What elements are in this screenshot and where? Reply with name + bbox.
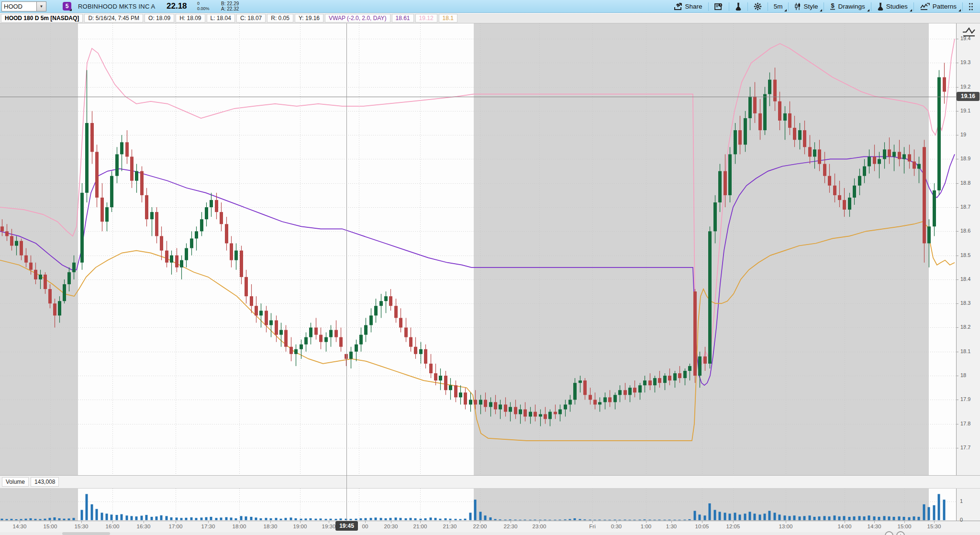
horizontal-scrollbar-thumb[interactable] [62, 532, 110, 535]
time-axis-tick [365, 521, 366, 523]
time-axis-tick [592, 521, 593, 523]
time-axis-label: 12:05 [726, 524, 740, 529]
chart-mode-icon[interactable] [962, 26, 976, 39]
toolbar-item-style[interactable]: Style [789, 0, 824, 13]
trading-app-window: { "quote_bar": { "symbol": "HOOD", "watc… [0, 0, 980, 535]
volume-axis-label: 0 [960, 517, 963, 523]
time-axis-label: 17:30 [201, 524, 215, 529]
toolbar-item-label: Drawings [838, 3, 865, 10]
time-axis-label: 14:00 [838, 524, 852, 529]
toolbar-item-label: Studies [886, 3, 908, 10]
time-axis-tick [420, 521, 421, 523]
price-axis-tick [957, 159, 958, 159]
toolbar-item-5m[interactable]: 5m [768, 0, 789, 13]
time-axis-label: 23:00 [533, 524, 546, 529]
price-axis-label: 19.3 [960, 59, 970, 65]
toolbar-item-studies[interactable]: Studies [871, 0, 913, 13]
status-field: HOOD 180 D 5m [NASDAQ] [1, 14, 83, 22]
toolbar-item-label: Style [803, 3, 818, 10]
toolbar-item-label: Share [685, 3, 702, 10]
status-field: R: 0.05 [267, 14, 293, 22]
status-field: O: 18.09 [145, 14, 174, 22]
volume-pane[interactable] [0, 489, 956, 521]
company-name: ROBINHOOD MKTS INC A [78, 3, 155, 10]
toolbar-item-label: Patterns [933, 3, 957, 10]
time-axis-tick [20, 521, 20, 523]
bid-ask-block: B: 22.29 A: 22.32 [221, 1, 239, 11]
price-axis-label: 19.1 [960, 108, 970, 113]
time-axis-tick [845, 521, 845, 523]
time-axis-label: 21:00 [413, 524, 427, 529]
volume-axis-label: 1 [960, 498, 963, 504]
crosshair-vertical-line [346, 23, 347, 521]
time-axis-label: 16:00 [106, 524, 120, 529]
price-axis-label: 18.6 [960, 228, 970, 234]
price-axis-tick [957, 327, 958, 328]
toolbar-item-patterns[interactable]: Patterns [914, 0, 962, 13]
price-chart-pane[interactable] [0, 23, 956, 475]
price-axis-label: 18.7 [960, 204, 970, 210]
time-axis-tick [239, 521, 240, 523]
price-axis-tick [957, 135, 958, 135]
dropdown-caret-icon [958, 9, 961, 11]
toolbar-item-gear-icon[interactable] [748, 0, 768, 13]
price-axis-tick [957, 400, 958, 400]
time-axis-label: 22:30 [504, 524, 518, 529]
time-axis-tick [300, 521, 301, 523]
status-bar: HOOD 180 D 5m [NASDAQ]D: 5/16/24, 7:45 P… [0, 13, 980, 23]
toolbar-item-drawings[interactable]: $Drawings [824, 0, 870, 13]
time-axis-label: 1:00 [641, 524, 651, 529]
price-axis-label: 17.8 [960, 421, 970, 426]
time-axis-label: 1:30 [666, 524, 677, 529]
time-axis-tick [81, 521, 82, 523]
time-axis-label: 10:05 [695, 524, 709, 529]
dropdown-caret-icon [784, 9, 787, 11]
time-axis-tick [50, 521, 51, 523]
price-axis-label: 18 [960, 372, 966, 378]
time-axis-label: 19:00 [293, 524, 307, 529]
time-axis-label: 14:30 [13, 524, 27, 529]
flask-icon [877, 2, 884, 11]
time-axis-label: 0:30 [611, 524, 622, 529]
price-axis-tick [957, 376, 958, 376]
toolbar-item-menu-dots-icon[interactable] [963, 0, 979, 13]
status-field: D: 5/16/24, 7:45 PM [84, 14, 143, 22]
share-icon [674, 2, 683, 11]
price-axis-label: 18.2 [960, 324, 970, 330]
toolbar-item-share[interactable]: Share [668, 0, 708, 13]
last-price-badge: 19.16 [957, 92, 980, 101]
price-axis-label: 18.3 [960, 300, 970, 306]
symbol-combo[interactable]: HOOD ▼ [1, 1, 46, 11]
time-axis-tick [786, 521, 786, 523]
patterns-icon [920, 3, 930, 11]
watchlist-color-badge[interactable]: 5 [63, 2, 71, 11]
dropdown-caret-icon [820, 9, 822, 11]
last-price-line [0, 97, 956, 97]
dropdown-caret-icon [910, 9, 912, 11]
time-axis[interactable]: 14:3015:0015:3016:0016:3017:0017:3018:00… [0, 521, 980, 532]
time-axis-label: 14:30 [868, 524, 881, 529]
dollar-icon: $ [830, 2, 835, 11]
price-chart-canvas [0, 23, 956, 475]
flask-icon [735, 2, 742, 11]
price-axis-tick [957, 207, 958, 208]
toolbar-item-flask-icon[interactable] [729, 0, 747, 13]
volume-label[interactable]: Volume [2, 477, 29, 487]
symbol-dropdown-button[interactable]: ▼ [37, 1, 46, 11]
status-field: L: 18.04 [207, 14, 235, 22]
time-axis-label: 18:30 [264, 524, 278, 529]
time-axis-tick [934, 521, 935, 523]
price-axis-tick [957, 63, 958, 63]
price-axis-label: 19 [960, 132, 966, 137]
price-axis-label: 18.1 [960, 348, 970, 354]
candle-icon [794, 2, 801, 11]
time-axis-tick [702, 521, 702, 523]
symbol-input[interactable]: HOOD [1, 1, 37, 11]
price-axis-tick [957, 448, 958, 448]
crosshair-time-badge: 19:45 [335, 521, 358, 531]
time-axis-tick [450, 521, 450, 523]
toolbar-item-news-icon[interactable] [709, 0, 729, 13]
time-axis-tick [511, 521, 511, 523]
time-axis-tick [112, 521, 113, 523]
news-icon [714, 3, 723, 11]
